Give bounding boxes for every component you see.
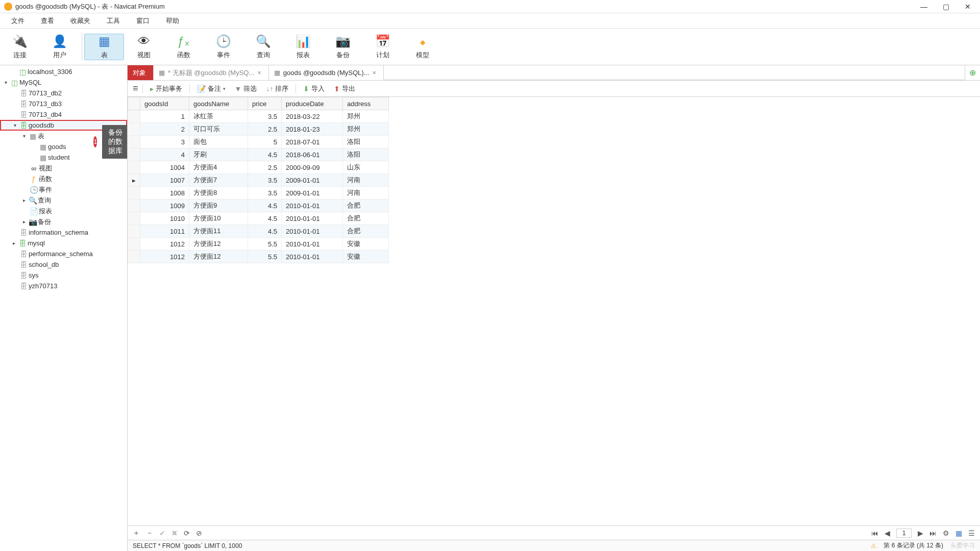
minimize-button[interactable]: — [920,3,927,10]
refresh-button[interactable]: ⟳ [184,529,190,537]
cell-goodsname[interactable]: 方便面11 [189,225,248,238]
tree-db-yzh[interactable]: 🗄yzh70713 [0,281,127,291]
cell-price[interactable]: 4.5 [248,225,282,238]
cell-producedate[interactable]: 2018-01-23 [282,123,343,136]
cell-goodsname[interactable]: 面包 [189,136,248,148]
cell-goodsid[interactable]: 1012 [140,238,189,251]
cancel-button[interactable]: ✖ [172,529,178,537]
table-row[interactable]: 1冰红茶3.52018-03-22郑州 [128,110,389,123]
row-selector[interactable] [128,148,140,161]
cell-price[interactable]: 3.5 [248,110,282,123]
last-page-button[interactable]: ⏭ [929,529,937,537]
col-price[interactable]: price [248,97,282,110]
row-selector[interactable] [128,123,140,136]
table-row[interactable]: 4牙刷4.52018-06-01洛阳 [128,148,389,161]
cell-producedate[interactable]: 2018-03-22 [282,110,343,123]
first-page-button[interactable]: ⏮ [871,529,878,537]
cell-producedate[interactable]: 2010-01-01 [282,212,343,225]
ribbon-report[interactable]: 📊报表 [283,34,323,60]
delete-row-button[interactable]: － [146,529,153,538]
table-row[interactable]: 1010方便面104.52010-01-01合肥 [128,212,389,225]
table-row[interactable]: 1004方便面42.52000-09-09山东 [128,161,389,174]
next-page-button[interactable]: ▶ [918,529,923,537]
menu-help[interactable]: 帮助 [158,14,187,28]
cell-goodsid[interactable]: 1004 [140,161,189,174]
tree-db-school[interactable]: 🗄school_db [0,259,127,270]
cell-goodsname[interactable]: 方便面8 [189,187,248,199]
cell-goodsname[interactable]: 方便面12 [189,238,248,251]
close-button[interactable]: ✕ [965,3,971,10]
tab-untitled-query[interactable]: ▦* 无标题 @goodsdb (MySQ...× [154,65,269,80]
tree-conn-localhost[interactable]: ◫localhost_3306 [0,66,127,77]
cell-goodsid[interactable]: 1012 [140,251,189,263]
cell-goodsname[interactable]: 方便面10 [189,212,248,225]
cell-producedate[interactable]: 2010-01-01 [282,238,343,251]
cell-price[interactable]: 5.5 [248,238,282,251]
prev-page-button[interactable]: ◀ [885,529,890,537]
tree-conn-mysql[interactable]: ▾◫MySQL [0,77,127,88]
tree-db-70713db4[interactable]: 🗄70713_db4 [0,109,127,120]
cell-producedate[interactable]: 2018-07-01 [282,136,343,148]
data-grid[interactable]: goodsId goodsName price produceDate addr… [128,97,389,263]
cell-producedate[interactable]: 2010-01-01 [282,199,343,212]
table-row[interactable]: 1012方便面125.52010-01-01安徽 [128,251,389,263]
cell-goodsid[interactable]: 1 [140,110,189,123]
cell-price[interactable]: 5.5 [248,251,282,263]
cell-price[interactable]: 4.5 [248,148,282,161]
cell-address[interactable]: 洛阳 [343,136,389,148]
table-row[interactable]: 3面包52018-07-01洛阳 [128,136,389,148]
ribbon-function[interactable]: ƒₓ函数 [164,34,204,60]
ribbon-model[interactable]: ⬥模型 [403,34,443,60]
tree-db-70713db3[interactable]: 🗄70713_db3 [0,98,127,109]
table-row[interactable]: 1008方便面83.52009-01-01河南 [128,187,389,199]
ribbon-schedule[interactable]: 📅计划 [363,34,403,60]
cell-producedate[interactable]: 2000-09-09 [282,161,343,174]
page-input[interactable]: 1 [896,529,912,538]
cell-address[interactable]: 合肥 [343,199,389,212]
cell-goodsid[interactable]: 1008 [140,187,189,199]
cell-goodsname[interactable]: 冰红茶 [189,110,248,123]
cell-address[interactable]: 安徽 [343,251,389,263]
tree-funcs-node[interactable]: ƒ函数 [0,173,127,184]
cell-goodsname[interactable]: 方便面9 [189,199,248,212]
cell-address[interactable]: 山东 [343,161,389,174]
cell-address[interactable]: 郑州 [343,123,389,136]
table-row[interactable]: 1011方便面114.52010-01-01合肥 [128,225,389,238]
tree-views-node[interactable]: ∞视图 [0,163,127,173]
add-row-button[interactable]: ＋ [133,529,140,538]
maximize-button[interactable]: ▢ [943,3,949,10]
row-selector[interactable] [128,238,140,251]
cell-goodsid[interactable]: 1010 [140,212,189,225]
cell-goodsname[interactable]: 可口可乐 [189,123,248,136]
col-address[interactable]: address [343,97,389,110]
table-row[interactable]: 1012方便面125.52010-01-01安徽 [128,238,389,251]
grid-view-button[interactable]: ▦ [955,529,962,537]
ribbon-connect[interactable]: 🔌连接 [0,34,40,60]
ribbon-query[interactable]: 🔍查询 [243,34,283,60]
tree-events-node[interactable]: 🕒事件 [0,184,127,195]
cell-producedate[interactable]: 2010-01-01 [282,225,343,238]
tab-close-icon[interactable]: × [372,69,376,77]
cell-producedate[interactable]: 2010-01-01 [282,251,343,263]
cell-goodsname[interactable]: 方便面12 [189,251,248,263]
export-button[interactable]: ⬆导出 [331,83,358,95]
memo-button[interactable]: 📝备注 [194,83,229,95]
cell-goodsid[interactable]: 1009 [140,199,189,212]
cell-goodsid[interactable]: 4 [140,148,189,161]
cell-price[interactable]: 2.5 [248,123,282,136]
menu-icon[interactable]: ≡ [133,83,138,94]
apply-button[interactable]: ✔ [159,529,165,537]
row-selector[interactable] [128,187,140,199]
stop-button[interactable]: ⊘ [196,529,202,537]
tab-goods-table[interactable]: ▦goods @goodsdb (MySQL)...× [269,65,384,80]
begin-transaction-button[interactable]: ▸开始事务 [147,83,185,95]
ribbon-table[interactable]: ▦表 [84,34,124,60]
cell-producedate[interactable]: 2009-01-01 [282,174,343,187]
table-row[interactable]: 1009方便面94.52010-01-01合肥 [128,199,389,212]
cell-goodsid[interactable]: 2 [140,123,189,136]
menu-view[interactable]: 查看 [33,14,62,28]
cell-address[interactable]: 合肥 [343,225,389,238]
table-row[interactable]: ▸1007方便面73.52009-01-01河南 [128,174,389,187]
menu-tools[interactable]: 工具 [99,14,128,28]
cell-address[interactable]: 郑州 [343,110,389,123]
